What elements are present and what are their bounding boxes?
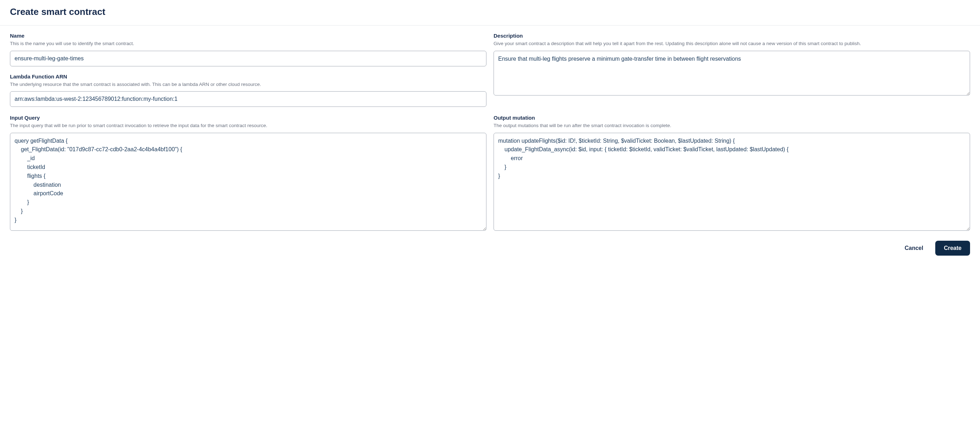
output-mutation-label: Output mutation <box>493 115 970 121</box>
input-query-label: Input Query <box>10 115 487 121</box>
form-area: Name This is the name you will use to id… <box>0 25 980 234</box>
arn-field: Lambda Function ARN The underlying resou… <box>10 73 487 107</box>
description-field: Description Give your smart contract a d… <box>493 33 970 107</box>
description-help: Give your smart contract a description t… <box>493 40 970 47</box>
description-textarea[interactable]: Ensure that multi-leg flights preserve a… <box>493 51 970 95</box>
footer-actions: Cancel Create <box>0 234 980 264</box>
create-button[interactable]: Create <box>935 241 970 256</box>
arn-input[interactable] <box>10 91 487 107</box>
arn-help: The underlying resource that the smart c… <box>10 81 487 88</box>
input-query-help: The input query that will be run prior t… <box>10 122 487 129</box>
name-label: Name <box>10 33 487 39</box>
arn-label: Lambda Function ARN <box>10 73 487 80</box>
name-field: Name This is the name you will use to id… <box>10 33 487 67</box>
name-input[interactable] <box>10 51 487 67</box>
output-mutation-field: Output mutation The output mutations tha… <box>493 115 970 231</box>
output-mutation-help: The output mutations that will be run af… <box>493 122 970 129</box>
input-query-textarea[interactable]: query getFlightData { get_FlightData(id:… <box>10 133 487 231</box>
output-mutation-textarea[interactable]: mutation updateFlights($id: ID!, $ticket… <box>493 133 970 231</box>
input-query-field: Input Query The input query that will be… <box>10 115 487 231</box>
page-header: Create smart contract <box>0 0 980 25</box>
page-title: Create smart contract <box>10 6 970 17</box>
name-help: This is the name you will use to identif… <box>10 40 487 47</box>
cancel-button[interactable]: Cancel <box>903 242 925 254</box>
description-label: Description <box>493 33 970 39</box>
left-column-top: Name This is the name you will use to id… <box>10 33 487 107</box>
